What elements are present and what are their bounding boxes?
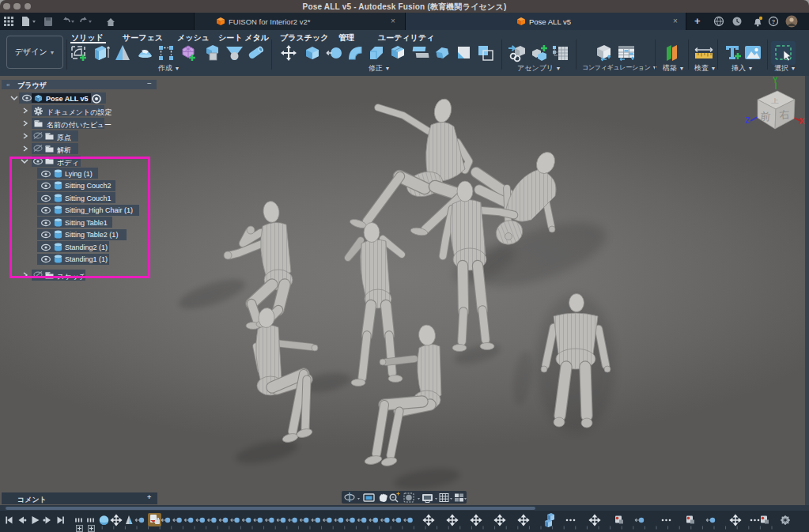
svg-text:?: ? [772, 18, 776, 25]
svg-text:前: 前 [760, 110, 771, 123]
svg-text:上: 上 [771, 97, 779, 104]
svg-text:Y: Y [773, 76, 778, 85]
svg-text:X: X [799, 116, 805, 126]
svg-text:右: 右 [779, 108, 790, 121]
svg-text:Z: Z [745, 115, 750, 125]
